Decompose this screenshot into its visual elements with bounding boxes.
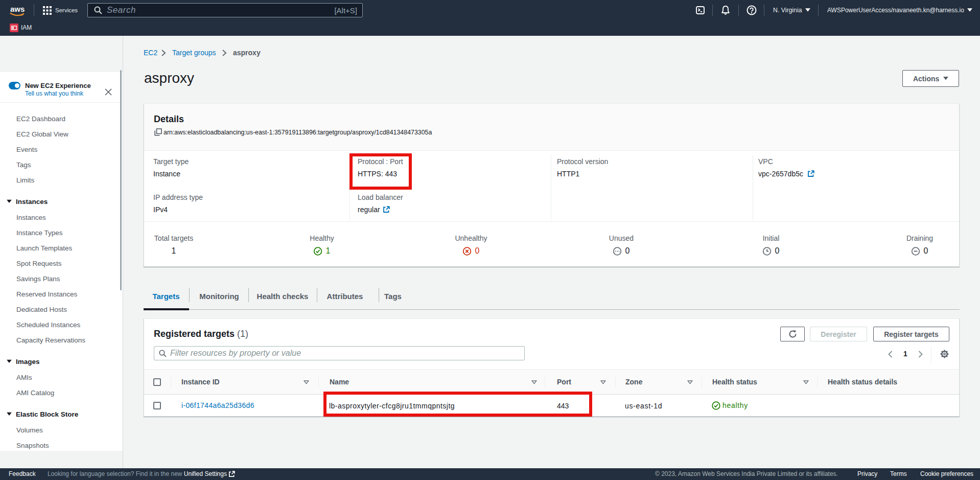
svg-text:aws: aws	[10, 5, 25, 13]
